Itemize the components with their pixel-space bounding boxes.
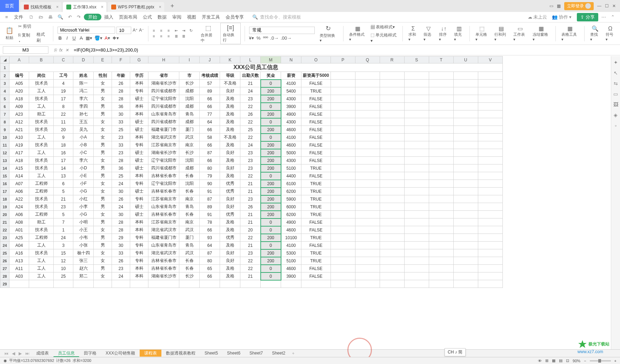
cell[interactable] (429, 257, 453, 265)
zoom-slider[interactable] (590, 360, 611, 362)
cell[interactable]: 工程师 (29, 234, 54, 242)
cell[interactable] (355, 272, 380, 280)
sheet-button[interactable]: ▭工作表▾ (512, 25, 528, 42)
cell[interactable]: 长沙 (179, 149, 200, 157)
cell[interactable]: 李六 (73, 157, 94, 164)
row-header[interactable]: 4 (0, 87, 9, 95)
dec-inc-icon[interactable]: .0→ (270, 35, 279, 41)
cell[interactable] (355, 134, 380, 141)
row-header[interactable]: 22 (0, 226, 9, 234)
cell[interactable]: 4600 (281, 141, 301, 149)
header-cell[interactable]: 考核成绩 (200, 72, 220, 80)
cell[interactable] (380, 195, 404, 203)
cell[interactable]: 专科 (130, 242, 148, 249)
sp-gallery-icon[interactable]: 🖼 (613, 102, 618, 107)
cell[interactable]: 89 (200, 87, 220, 95)
cell[interactable]: 不及格 (220, 134, 240, 141)
cell[interactable]: 硕士 (130, 164, 148, 172)
cell[interactable] (478, 87, 502, 95)
cell[interactable]: A08 (9, 218, 29, 226)
cell[interactable]: 湖南省长沙市 (148, 149, 179, 157)
cell[interactable] (404, 195, 429, 203)
cell[interactable] (453, 164, 478, 172)
cell[interactable] (380, 141, 404, 149)
cell[interactable]: 四川省成都市 (148, 87, 179, 95)
cell[interactable]: 21 (54, 195, 73, 203)
view-normal-icon[interactable]: ▦ (552, 358, 555, 363)
cell[interactable] (429, 87, 453, 95)
cell[interactable] (355, 110, 380, 118)
cell[interactable]: 26 (240, 110, 261, 118)
col-header[interactable]: Q (355, 56, 380, 63)
cell[interactable] (429, 226, 453, 234)
cell[interactable]: 女 (94, 80, 112, 87)
cell[interactable]: 24 (54, 234, 73, 242)
cell[interactable]: 18 (54, 141, 73, 149)
cell[interactable] (355, 149, 380, 157)
cell[interactable] (478, 172, 502, 180)
cell[interactable]: 0 (261, 134, 281, 141)
cell[interactable]: 4900 (281, 110, 301, 118)
copy-button[interactable]: ⎘ 复制▾ (18, 32, 33, 43)
cell[interactable]: 山东省青岛市 (148, 110, 179, 118)
file-menu[interactable]: 文件 (11, 14, 26, 20)
cell[interactable]: A19 (9, 141, 29, 149)
cell[interactable]: 6200 (281, 211, 301, 218)
cell[interactable] (355, 118, 380, 126)
cell[interactable] (331, 257, 355, 265)
cell[interactable] (331, 211, 355, 218)
cell[interactable] (355, 188, 380, 195)
cell[interactable] (478, 157, 502, 164)
header-cell[interactable]: 姓名 (73, 72, 94, 80)
cell[interactable] (331, 226, 355, 234)
cell[interactable] (404, 87, 429, 95)
cell[interactable] (380, 126, 404, 134)
cell[interactable]: 男 (94, 195, 112, 203)
cell[interactable]: FALSE (301, 226, 331, 234)
col-header[interactable]: R (380, 56, 404, 63)
cell[interactable] (429, 242, 453, 249)
decrease-font-icon[interactable]: A⁻ (139, 28, 144, 33)
cell[interactable]: 22 (240, 265, 261, 272)
orientation-icon[interactable]: ↻ (189, 28, 196, 33)
cell[interactable]: 四川省成都市 (148, 164, 179, 172)
cell[interactable]: 女 (94, 226, 112, 234)
cell[interactable] (380, 110, 404, 118)
header-cell[interactable]: 薪资高于5000 (301, 72, 331, 80)
cell[interactable] (404, 249, 429, 257)
tab-first-icon[interactable]: ⏮ (3, 351, 10, 356)
cell[interactable]: 及格 (220, 103, 240, 110)
type-convert-button[interactable]: ↻类型转换▾ (318, 25, 339, 43)
fx-icon[interactable]: fx (59, 48, 62, 53)
sp-help-icon[interactable]: ▫ (615, 123, 616, 128)
cell[interactable]: 硕士 (130, 203, 148, 211)
cell[interactable]: 福建省厦门市 (148, 126, 179, 134)
cell[interactable]: 10 (54, 265, 73, 272)
cell[interactable]: 小E (73, 172, 94, 180)
close-tab-icon[interactable]: × (159, 5, 161, 9)
cell[interactable]: 杨十四 (73, 249, 94, 257)
cell[interactable]: 冯二 (73, 87, 94, 95)
cell[interactable]: 专科 (130, 87, 148, 95)
cell[interactable]: 6 (54, 180, 73, 188)
cell[interactable]: 5100 (281, 164, 301, 172)
cell[interactable]: 1 (54, 226, 73, 234)
cell[interactable]: 技术员 (29, 226, 54, 234)
print-icon[interactable]: 🖶 (46, 14, 54, 20)
cell[interactable]: TRUE (301, 180, 331, 188)
cell[interactable] (404, 265, 429, 272)
select-all-corner[interactable]: ◢ (0, 56, 9, 63)
col-header[interactable]: V (478, 56, 502, 63)
col-header[interactable]: F (112, 56, 130, 63)
cell[interactable] (429, 280, 453, 288)
cell[interactable] (404, 95, 429, 103)
cell[interactable]: 小B (73, 141, 94, 149)
cell[interactable]: A13 (9, 257, 29, 265)
cell[interactable]: 工程师 (29, 188, 54, 195)
row-header[interactable]: 7 (0, 110, 9, 118)
cell[interactable]: 17 (54, 157, 73, 164)
cell[interactable]: 及格 (220, 218, 240, 226)
cell[interactable]: 23 (112, 134, 130, 141)
cell[interactable]: 0 (261, 226, 281, 234)
font-color-button[interactable]: A▾ (105, 35, 110, 41)
